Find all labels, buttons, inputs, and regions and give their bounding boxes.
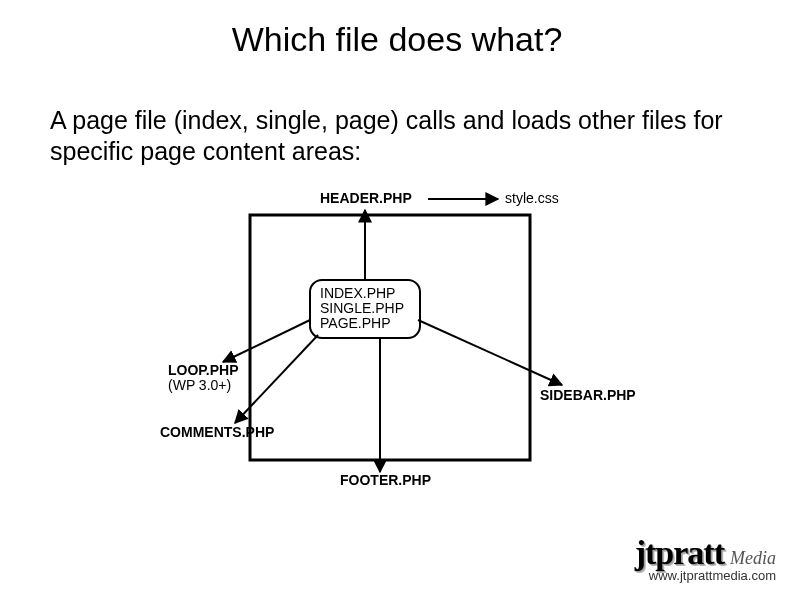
- arrow-to-loop: [223, 320, 310, 362]
- template-diagram: INDEX.PHP SINGLE.PHP PAGE.PHP HEADER.PHP…: [0, 185, 794, 505]
- center-box-line1: INDEX.PHP: [320, 285, 395, 301]
- footer-label: FOOTER.PHP: [340, 472, 431, 488]
- slide: Which file does what? A page file (index…: [0, 0, 794, 595]
- brand-logo: jtprattMedia www.jtprattmedia.com: [635, 536, 776, 583]
- arrow-to-sidebar: [418, 320, 562, 385]
- header-label: HEADER.PHP: [320, 190, 412, 206]
- slide-title: Which file does what?: [0, 20, 794, 59]
- loop-note: (WP 3.0+): [168, 377, 231, 393]
- brand-media: Media: [730, 548, 776, 568]
- arrow-to-comments: [235, 335, 318, 423]
- loop-label: LOOP.PHP: [168, 362, 239, 378]
- brand-name: jtpratt: [635, 534, 724, 571]
- brand-url: www.jtprattmedia.com: [635, 568, 776, 583]
- center-box-line2: SINGLE.PHP: [320, 300, 404, 316]
- sidebar-label: SIDEBAR.PHP: [540, 387, 636, 403]
- center-box-line3: PAGE.PHP: [320, 315, 391, 331]
- stylecss-label: style.css: [505, 190, 559, 206]
- comments-label: COMMENTS.PHP: [160, 424, 274, 440]
- slide-subtitle: A page file (index, single, page) calls …: [50, 105, 750, 168]
- center-page-files-box: INDEX.PHP SINGLE.PHP PAGE.PHP: [310, 280, 420, 338]
